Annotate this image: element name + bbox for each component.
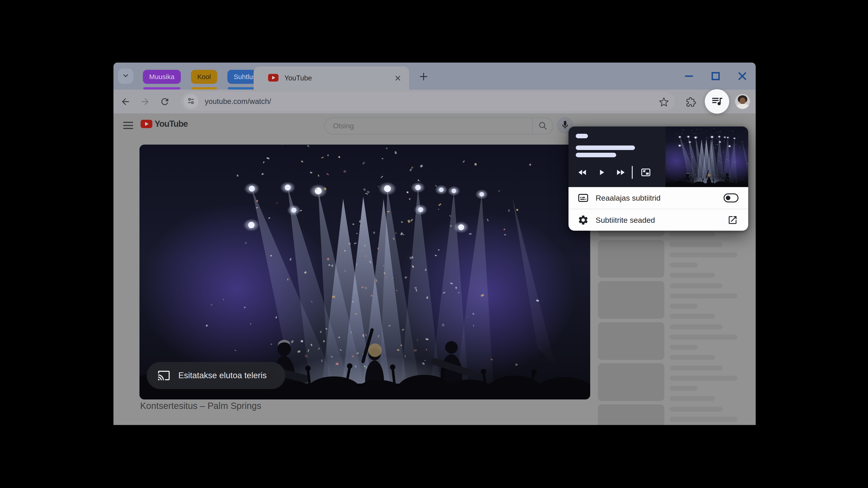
tab-group-chips: MuusikaKoolSuhtlus	[143, 70, 263, 84]
skeleton-thumbnail	[598, 240, 664, 278]
skeleton-text-line	[670, 345, 698, 350]
tab-youtube[interactable]: YouTube	[254, 66, 409, 90]
mic-icon	[560, 120, 570, 131]
maximize-button[interactable]	[710, 71, 721, 81]
skeleton-text-line	[670, 365, 722, 370]
media-playlist-icon	[711, 95, 723, 108]
media-controls-popup: Reaalajas subtiitrid Subtiitrite seaded	[568, 127, 748, 231]
back-button[interactable]	[120, 96, 131, 107]
skeleton-thumbnail	[598, 363, 664, 401]
tab-search-button[interactable]	[118, 68, 133, 84]
media-source-placeholder	[576, 134, 588, 138]
tab-group-label: Kool	[197, 73, 211, 80]
skeleton-text-line	[670, 386, 698, 391]
site-settings-button[interactable]	[184, 94, 198, 109]
live-caption-row: Reaalajas subtiitrid	[568, 187, 748, 209]
skeleton-text-line	[670, 396, 715, 401]
next-track-button[interactable]	[611, 163, 630, 182]
play-button[interactable]	[592, 163, 611, 182]
extensions-button[interactable]	[686, 97, 696, 107]
related-video-skeleton	[598, 404, 756, 425]
close-window-button[interactable]	[737, 71, 747, 81]
skeleton-text-line	[670, 242, 722, 247]
skeleton-thumbnail	[598, 281, 664, 319]
related-video-skeleton	[598, 281, 756, 319]
live-caption-label: Reaalajas subtiitrid	[596, 194, 723, 202]
tab-group-label: Suhtlus	[234, 73, 256, 80]
forward-button[interactable]	[140, 96, 150, 107]
open-in-new-icon[interactable]	[727, 215, 738, 225]
tune-icon	[187, 97, 195, 106]
media-playback-controls	[568, 162, 655, 183]
skeleton-text-line	[670, 304, 698, 308]
browser-window: MuusikaKoolSuhtlus YouTube	[114, 63, 756, 425]
media-artwork	[665, 127, 748, 187]
related-video-skeleton	[598, 240, 756, 278]
youtube-logo-text: YouTube	[155, 119, 188, 129]
play-icon	[597, 168, 606, 177]
minimize-button[interactable]	[684, 71, 694, 81]
subtitle-settings-row[interactable]: Subtiitrite seaded	[568, 209, 748, 231]
search-icon	[538, 121, 548, 131]
related-video-skeleton	[598, 322, 756, 360]
search-input[interactable]	[333, 122, 532, 130]
video-title: Kontsertesitus – Palm Springs	[140, 401, 261, 411]
subtitle-settings-label: Subtiitrite seaded	[596, 216, 727, 225]
toggle-knob	[726, 196, 730, 200]
live-caption-icon	[578, 192, 589, 203]
skeleton-text-line	[670, 355, 715, 360]
cast-status-chip: Esitatakse elutoa teleris	[147, 362, 285, 389]
picture-in-picture-icon	[640, 167, 651, 178]
controls-divider	[632, 166, 633, 179]
skeleton-text-line	[670, 324, 722, 329]
related-video-skeleton	[598, 363, 756, 401]
hamburger-menu-button[interactable]	[123, 121, 133, 130]
skeleton-text-line	[670, 283, 722, 288]
tab-strip: MuusikaKoolSuhtlus YouTube	[114, 63, 756, 90]
search-button[interactable]	[532, 118, 553, 134]
video-player[interactable]: Esitatakse elutoa teleris	[140, 144, 590, 399]
picture-in-picture-button[interactable]	[636, 163, 655, 182]
new-tab-button[interactable]	[417, 70, 430, 84]
tab-group-chip-muusika[interactable]: Muusika	[143, 70, 181, 84]
youtube-logo[interactable]: YouTube	[141, 119, 188, 129]
skeleton-thumbnail	[598, 404, 664, 425]
window-controls	[684, 63, 747, 90]
bookmark-button[interactable]	[659, 97, 669, 107]
live-caption-toggle[interactable]	[723, 193, 739, 202]
cast-status-label: Esitatakse elutoa teleris	[178, 371, 267, 380]
skeleton-text-line	[670, 314, 715, 319]
video-frame	[140, 144, 590, 399]
search-box	[324, 118, 553, 134]
skeleton-thumbnail	[598, 322, 664, 360]
browser-toolbar: youtube.com/watch/	[114, 90, 756, 113]
settings-gear-icon	[578, 215, 589, 226]
chevron-down-icon	[122, 72, 129, 80]
avatar-face	[740, 98, 745, 104]
desktop-background: MuusikaKoolSuhtlus YouTube	[0, 0, 868, 488]
address-bar[interactable]: youtube.com/watch/	[181, 92, 675, 111]
reload-button[interactable]	[160, 96, 170, 107]
tab-close-icon[interactable]	[393, 74, 402, 83]
skeleton-text-line	[670, 273, 715, 278]
previous-track-button[interactable]	[573, 163, 592, 182]
media-controls-button[interactable]	[705, 89, 729, 113]
skeleton-text-line	[670, 232, 715, 236]
media-artist-placeholder	[576, 153, 616, 157]
tab-group-chip-kool[interactable]: Kool	[191, 70, 217, 84]
tab-group-label: Muusika	[149, 73, 175, 80]
skeleton-text-line	[670, 417, 737, 422]
url-text: youtube.com/watch/	[205, 97, 271, 106]
profile-avatar[interactable]	[735, 94, 750, 109]
youtube-play-icon	[141, 120, 152, 128]
skeleton-text-line	[670, 335, 737, 339]
youtube-favicon-icon	[268, 74, 278, 83]
skeleton-text-line	[670, 293, 737, 298]
cast-icon	[158, 369, 170, 382]
skeleton-text-line	[670, 252, 737, 257]
media-popup-header	[568, 127, 748, 187]
media-title-placeholder	[576, 145, 635, 150]
avatar-shirt	[737, 104, 749, 109]
fast-forward-icon	[615, 167, 626, 177]
rewind-icon	[577, 167, 588, 177]
